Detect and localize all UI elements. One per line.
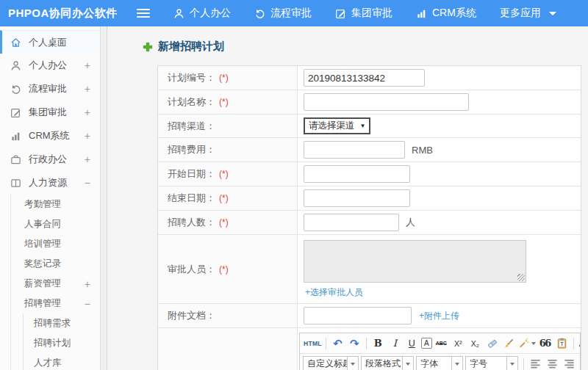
sidebar-item-personnel-contract[interactable]: 人事合同 — [0, 214, 100, 234]
expand-icon[interactable]: + — [85, 278, 90, 290]
sidebar-item-salary-management[interactable]: 薪资管理+ — [0, 274, 100, 294]
topnav-more-apps[interactable]: 更多应用 — [500, 7, 556, 20]
eraser-button[interactable] — [484, 335, 500, 351]
sidebar-item-training-management-label: 培训管理 — [24, 238, 61, 250]
font-style-box-button[interactable]: A — [421, 338, 432, 349]
strikethrough-button[interactable]: ABC — [434, 335, 449, 351]
expand-icon[interactable]: + — [85, 153, 90, 165]
blockquote-button[interactable]: 66 — [537, 335, 553, 351]
expand-icon[interactable]: + — [85, 59, 90, 71]
sidebar-item-workflow-approval[interactable]: 流程审批+ — [0, 77, 100, 101]
field-plan-name — [298, 90, 581, 114]
label-plan-number-text: 计划编号： — [168, 71, 215, 84]
sidebar-item-administrative-office[interactable]: 行政办公+ — [0, 148, 100, 171]
form-row-end-date: 结束日期：(*) — [158, 186, 581, 211]
app-window: PHPOA协同办公软件 个人办公流程审批集团审批CRM系统更多应用 个人桌面个人… — [0, 0, 588, 370]
chart-icon — [416, 8, 427, 19]
sidebar-item-attendance-management[interactable]: 考勤管理 — [0, 195, 100, 214]
edit-icon — [335, 8, 346, 19]
font-family-select[interactable]: 字体 — [416, 356, 463, 370]
paragraph-format-select[interactable]: 段落格式 — [361, 356, 414, 370]
select-approvers-link[interactable]: +选择审批人员 — [305, 286, 363, 299]
plan-number-input[interactable] — [304, 69, 425, 87]
label-headcount-text: 招聘人数： — [168, 216, 215, 229]
expand-icon[interactable]: + — [85, 83, 90, 95]
align-center-button[interactable] — [545, 356, 560, 370]
menu-toggle-icon[interactable] — [137, 9, 150, 18]
font-size-select[interactable]: 字号 — [465, 356, 518, 370]
sidebar-item-training-management[interactable]: 培训管理 — [0, 234, 100, 254]
topnav-group-approval[interactable]: 集团审批 — [335, 7, 392, 20]
channel-select[interactable]: 请选择渠道▼ — [304, 117, 370, 134]
superscript-button[interactable]: X² — [451, 335, 466, 351]
magic-wand-button[interactable] — [518, 335, 536, 351]
topnav-crm-system[interactable]: CRM系统 — [416, 7, 476, 20]
sidebar-item-recruitment-demand[interactable]: 招聘需求 — [0, 313, 100, 333]
format-brush-button[interactable] — [501, 335, 517, 351]
end-date-input[interactable] — [304, 189, 410, 207]
topnav-personal-office[interactable]: 个人办公 — [173, 7, 231, 20]
sidebar-item-personal-desktop[interactable]: 个人桌面 — [0, 30, 100, 54]
sidebar-item-group-approval-label: 集团审批 — [29, 106, 67, 119]
align-left-button[interactable] — [528, 356, 543, 370]
form-row-cost: 招聘费用：RMB — [158, 138, 581, 162]
label-plan-content — [158, 328, 298, 370]
expand-icon[interactable]: + — [85, 130, 90, 142]
toolbar-separator — [573, 338, 574, 349]
custom-heading-select-value: 自定义标题 — [304, 358, 347, 370]
field-approvers: +选择审批人员 — [298, 235, 581, 303]
sidebar-item-personal-office[interactable]: 个人办公+ — [0, 54, 100, 77]
paste-button[interactable]: T — [554, 335, 570, 351]
page-body: 个人桌面个人办公+流程审批+集团审批+CRM系统+行政办公+人力资源−考勤管理人… — [0, 26, 588, 370]
sidebar-item-attendance-management-label: 考勤管理 — [24, 198, 61, 211]
sidebar-item-talent-pool-label: 人才库 — [34, 357, 62, 369]
field-plan-number — [298, 66, 581, 90]
collapse-icon[interactable]: − — [85, 177, 90, 189]
sidebar-item-recruitment-plan[interactable]: 招聘计划 — [0, 333, 100, 353]
sidebar-item-group-approval[interactable]: 集团审批+ — [0, 101, 100, 124]
font-color-button[interactable]: A — [578, 335, 580, 351]
align-justify-button[interactable] — [578, 356, 580, 370]
sidebar-item-crm-system[interactable]: CRM系统+ — [0, 124, 100, 148]
approvers-textarea[interactable] — [304, 240, 526, 283]
align-right-button[interactable] — [562, 356, 577, 370]
sidebar-item-personal-office-label: 个人办公 — [29, 59, 67, 72]
redo-button[interactable]: ↷ — [347, 335, 362, 351]
topnav-workflow-approval[interactable]: 流程审批 — [254, 7, 312, 20]
attachment-input[interactable] — [304, 307, 412, 324]
headcount-input[interactable] — [304, 214, 399, 231]
undo-button[interactable]: ↶ — [330, 335, 345, 351]
underline-button[interactable]: U — [404, 335, 420, 351]
custom-heading-select[interactable]: 自定义标题 — [303, 356, 359, 370]
source-code-button[interactable]: HTML — [304, 335, 322, 351]
plan-name-input[interactable] — [304, 93, 469, 111]
cost-input[interactable] — [304, 141, 405, 159]
label-cost-text: 招聘费用： — [168, 143, 215, 156]
sidebar-splitter[interactable] — [101, 26, 107, 370]
sidebar-item-recruitment-management[interactable]: 招聘管理− — [0, 294, 100, 313]
toolbar-separator — [523, 358, 524, 370]
user-icon — [10, 59, 22, 71]
start-date-input[interactable] — [304, 165, 410, 183]
italic-button[interactable]: I — [387, 335, 403, 351]
sidebar-item-crm-system-label: CRM系统 — [29, 129, 70, 142]
toolbar-separator — [366, 338, 367, 349]
sidebar-item-talent-pool[interactable]: 人才库 — [0, 353, 100, 370]
label-plan-name: 计划名称：(*) — [158, 90, 298, 114]
toolbar-separator — [326, 338, 326, 349]
sidebar-item-reward-punishment-records[interactable]: 奖惩记录 — [0, 254, 100, 274]
channel-select-value: 请选择渠道 — [309, 120, 355, 132]
page-title-text: 新增招聘计划 — [158, 40, 224, 54]
subscript-button[interactable]: X₂ — [467, 335, 483, 351]
attachment-upload-link[interactable]: +附件上传 — [419, 310, 459, 322]
topnav-crm-system-label: CRM系统 — [432, 7, 476, 20]
paragraph-format-select-value: 段落格式 — [362, 358, 402, 370]
collapse-icon[interactable]: − — [85, 298, 90, 310]
topnav-workflow-approval-label: 流程审批 — [270, 7, 312, 20]
label-end-date-text: 结束日期： — [168, 192, 215, 205]
sidebar-item-human-resources[interactable]: 人力资源− — [0, 171, 100, 195]
bold-button[interactable]: B — [370, 335, 386, 351]
required-mark: (*) — [219, 217, 229, 228]
required-mark: (*) — [219, 193, 229, 203]
expand-icon[interactable]: + — [85, 106, 90, 118]
